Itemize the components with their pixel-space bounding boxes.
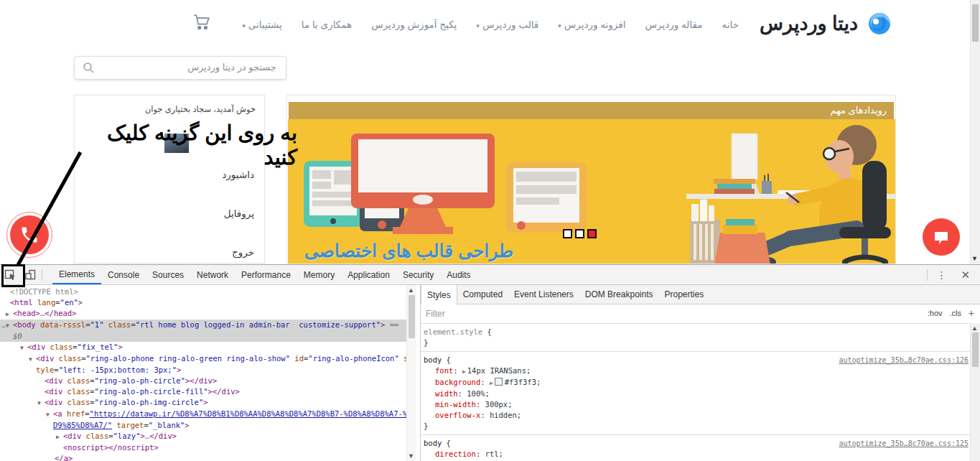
cart-icon[interactable]: [192, 13, 211, 34]
page-scrollbar[interactable]: ▼: [970, 0, 980, 264]
devtools-tab-memory[interactable]: Memory: [297, 265, 341, 284]
welcome-text: خوش آمدید، سجاد بختیاری جوان: [145, 104, 256, 114]
chevron-down-icon: ▾: [558, 22, 561, 29]
nav-item[interactable]: پکیج آموزش وردپرس: [371, 19, 457, 30]
styles-scrollbar[interactable]: ▲: [970, 323, 980, 461]
devtools-panel: ElementsConsoleSourcesNetworkPerformance…: [0, 264, 980, 461]
styles-tab-styles[interactable]: Styles: [421, 285, 457, 304]
slider-dot[interactable]: [575, 229, 584, 238]
logo-icon: [865, 10, 892, 37]
devtools-tab-network[interactable]: Network: [190, 265, 235, 284]
scrollbar-thumb[interactable]: [972, 4, 979, 42]
dom-tree-node[interactable]: ▼<div class="fix_tel">: [0, 342, 409, 353]
events-banner: رویدادهای مهم: [286, 95, 896, 264]
nav-item[interactable]: خانه: [722, 19, 739, 30]
toolbar-separator: [42, 269, 42, 281]
user-menu-item[interactable]: پروفایل: [222, 208, 254, 219]
slider-dot-active[interactable]: [587, 229, 597, 238]
css-rules: element.style {}autoptimize_35b…8c70ae.c…: [421, 324, 980, 461]
styles-tab-event-listeners[interactable]: Event Listeners: [508, 285, 579, 304]
stylesheet-link[interactable]: autoptimize_35b…8c70ae.css:125: [839, 438, 969, 449]
toolbar-separator: [927, 269, 928, 281]
class-toggle[interactable]: .cls: [950, 309, 962, 317]
chat-button[interactable]: [923, 218, 960, 256]
annotation-text: به روی این گزینه کلیک کنید: [76, 121, 297, 169]
phone-call-button[interactable]: [10, 215, 49, 254]
css-rule[interactable]: autoptimize_35b…8c70ae.css:125body {dire…: [421, 435, 980, 461]
chevron-down-icon: ▾: [242, 22, 246, 29]
hidden-elements-ellipsis[interactable]: …: [1, 320, 6, 330]
styles-tabs: StylesComputedEvent ListenersDOM Breakpo…: [421, 285, 980, 304]
styles-filter-bar: Filter :hov .cls +: [421, 304, 980, 324]
new-style-rule-button[interactable]: +: [969, 307, 974, 319]
css-property[interactable]: direction: rtl;: [424, 449, 969, 460]
banner-header: رویدادهای مهم: [289, 102, 894, 119]
devtools-tab-console[interactable]: Console: [101, 265, 146, 284]
hover-toggle[interactable]: :hov: [928, 309, 943, 317]
devtools-tab-elements[interactable]: Elements: [52, 265, 101, 284]
nav-item[interactable]: همکاری با ما: [302, 19, 352, 30]
slider-dots[interactable]: [563, 229, 597, 238]
dom-tree-node[interactable]: ▶<head>…</head>: [0, 308, 409, 320]
dom-tree-node[interactable]: …▼<body data-rsssl="1" class="rtl home b…: [0, 320, 409, 342]
dom-tree-node[interactable]: </a>: [0, 453, 409, 461]
user-menu-item[interactable]: داشبورد: [222, 169, 254, 180]
scrollbar-thumb[interactable]: [972, 332, 979, 367]
styles-tab-computed[interactable]: Computed: [457, 285, 508, 304]
devtools-tab-sources[interactable]: Sources: [146, 265, 190, 284]
banner-caption: طراحی قالب های اختصاصی: [304, 241, 513, 261]
nav-item[interactable]: افزونه وردپرس▾: [558, 19, 625, 30]
devtools-menu-icon[interactable]: ⋮: [929, 269, 953, 281]
elements-tree-panel[interactable]: <!DOCTYPE html><html lang="en">▶<head>…<…: [0, 285, 420, 461]
css-property[interactable]: min-width: 300px;: [424, 399, 969, 410]
chat-icon: [932, 228, 951, 246]
scrollbar-thumb[interactable]: [409, 295, 415, 338]
dom-tree: <!DOCTYPE html><html lang="en">▶<head>…<…: [0, 287, 409, 461]
dom-tree-node[interactable]: ▼<a href="https://datawp.ir/%D8%A7%D8%B1…: [0, 409, 409, 431]
slider-dot[interactable]: [563, 229, 572, 238]
devtools-tab-audits[interactable]: Audits: [440, 265, 477, 284]
devtools-tabs: ElementsConsoleSourcesNetworkPerformance…: [52, 265, 477, 284]
dom-tree-node[interactable]: ▶<div class="lazy">…</div>: [0, 431, 409, 442]
scroll-down-arrow[interactable]: ▼: [971, 255, 978, 262]
logo-text: دیتا وردپرس: [760, 12, 858, 35]
css-rule[interactable]: autoptimize_35b…8c70ae.css:126body {font…: [421, 352, 980, 435]
stylesheet-link[interactable]: autoptimize_35b…8c70ae.css:126: [839, 355, 969, 365]
css-property[interactable]: font: ▶14px IRANSans;: [424, 365, 969, 377]
dom-tree-node[interactable]: ▼<div class="ring-alo-ph-img-circle">: [0, 397, 409, 409]
scroll-up-arrow[interactable]: ▲: [408, 287, 414, 294]
css-property[interactable]: background: ▶#f3f3f3;: [424, 377, 969, 388]
user-menu-item[interactable]: خروج: [222, 246, 254, 258]
color-swatch[interactable]: [495, 378, 503, 386]
scroll-down-arrow[interactable]: ▼: [408, 452, 414, 460]
devtools-tab-application[interactable]: Application: [341, 265, 396, 284]
devtools-tab-security[interactable]: Security: [396, 265, 440, 284]
main-nav: خانهمقاله وردپرسافزونه وردپرس▾قالب وردپر…: [242, 19, 739, 30]
annotation-highlight-box: [1, 264, 25, 287]
search-placeholder: جستجو در دیتا وردپرس: [187, 62, 276, 73]
nav-item[interactable]: مقاله وردپرس: [645, 19, 703, 30]
phone-icon: [19, 225, 39, 245]
dom-tree-node[interactable]: <div class="ring-alo-ph-circle-fill"></d…: [0, 386, 409, 397]
dom-tree-node[interactable]: <html lang="en">: [0, 297, 409, 308]
chevron-down-icon: ▾: [476, 22, 480, 29]
dom-tree-node[interactable]: ▼<div class="ring-alo-phone ring-alo-gre…: [0, 353, 409, 376]
dom-tree-node[interactable]: <div class="ring-alo-ph-circle"></div>: [0, 376, 409, 386]
site-logo[interactable]: دیتا وردپرس: [760, 10, 892, 37]
search-box[interactable]: جستجو در دیتا وردپرس: [74, 56, 286, 80]
css-property[interactable]: overflow-x: hidden;: [424, 410, 969, 421]
elements-scrollbar[interactable]: ▲ ▼: [406, 285, 416, 461]
devtools-tab-performance[interactable]: Performance: [235, 265, 297, 284]
nav-item[interactable]: پشتیبانی▾: [242, 19, 282, 30]
css-property[interactable]: width: 100%;: [424, 388, 969, 399]
styles-tab-dom-breakpoints[interactable]: DOM Breakpoints: [579, 285, 659, 304]
devtools-toolbar: ElementsConsoleSourcesNetworkPerformance…: [0, 265, 980, 285]
filter-input[interactable]: Filter: [426, 309, 445, 319]
css-rule[interactable]: element.style {}: [421, 324, 980, 352]
nav-item[interactable]: قالب وردپرس▾: [476, 19, 538, 30]
styles-tab-properties[interactable]: Properties: [658, 285, 709, 304]
scroll-up-arrow[interactable]: ▲: [971, 325, 978, 332]
devtools-close-icon[interactable]: ✕: [953, 269, 977, 281]
dom-tree-node[interactable]: <noscript></noscript>: [0, 442, 409, 453]
dom-tree-node[interactable]: <!DOCTYPE html>: [0, 287, 409, 297]
